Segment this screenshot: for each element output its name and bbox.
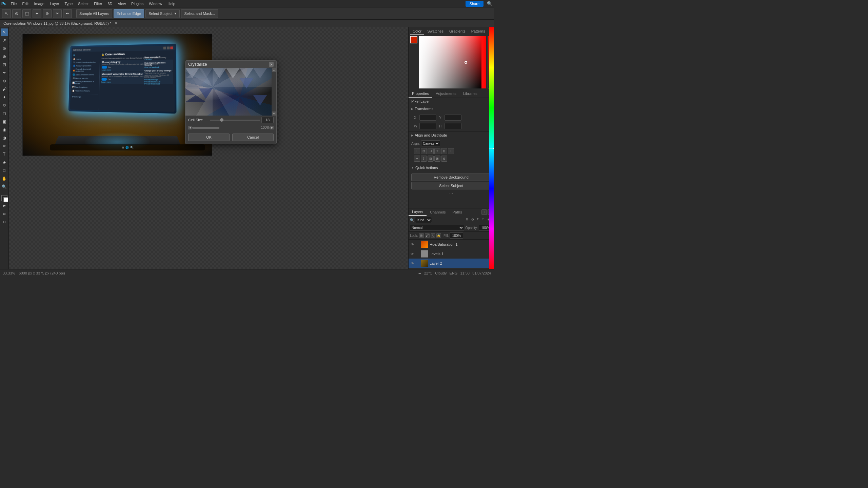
close-tab-icon[interactable]: ✕ <box>115 21 118 25</box>
sidebar-family[interactable]: 👨‍👩‍👧 Family options <box>71 85 98 89</box>
w-input[interactable] <box>419 123 436 129</box>
dist-h-btn[interactable]: ⇔ <box>414 156 420 162</box>
blur-tool[interactable]: ◉ <box>1 126 8 134</box>
dodge-tool[interactable]: ◑ <box>1 134 8 142</box>
align-header[interactable]: ▶ Align and Distribute <box>409 131 494 139</box>
selection-tool[interactable]: ↖ <box>1 28 8 36</box>
swap-colors[interactable]: ⇄ <box>1 202 8 209</box>
tab-adjustments[interactable]: Adjustments <box>432 90 460 98</box>
eyedropper-tool[interactable]: ✒ <box>63 9 72 18</box>
x-input[interactable] <box>419 115 436 121</box>
dist-v-btn[interactable]: ⇕ <box>421 156 427 162</box>
dist-more-btn[interactable]: ⊕ <box>441 156 447 162</box>
menu-file[interactable]: File <box>8 1 19 6</box>
sample-all-layers-btn[interactable]: Sample All Layers <box>76 9 112 18</box>
color-gradient-area[interactable] <box>419 36 486 88</box>
layer-kind-dropdown[interactable]: Kind <box>415 217 432 223</box>
lock-image-btn[interactable]: 🖌 <box>425 233 430 238</box>
privacy-statement-link[interactable]: Privacy Statement <box>144 83 173 85</box>
crop-tool[interactable]: ✂ <box>53 9 62 18</box>
sidebar-settings[interactable]: ⚙ Settings <box>71 95 98 99</box>
filter-pixel-icon[interactable]: ⊞ <box>466 218 471 222</box>
foreground-color-swatch[interactable] <box>1 195 7 201</box>
magic-wand-left[interactable]: ⊕ <box>1 53 8 60</box>
tab-channels[interactable]: Channels <box>427 209 449 216</box>
share-button[interactable]: Share <box>466 1 484 7</box>
tab-properties[interactable]: Properties <box>409 90 432 98</box>
tab-patterns[interactable]: Patterns <box>469 28 488 35</box>
layer-item-hue-sat[interactable]: 👁 Hue/Saturation 1 <box>409 240 494 249</box>
enhance-edge-btn[interactable]: Enhance Edge <box>114 9 144 18</box>
healing-brush[interactable]: ⊘ <box>1 77 8 85</box>
shape-tool[interactable]: □ <box>1 167 8 174</box>
direct-selection-tool[interactable]: ↗ <box>1 37 8 44</box>
remove-background-btn[interactable]: Remove Background <box>411 174 491 181</box>
cell-size-input[interactable] <box>261 117 274 123</box>
menu-select[interactable]: Select <box>76 1 91 6</box>
crystallize-ok-btn[interactable]: OK <box>188 134 230 141</box>
lock-transparent-btn[interactable]: ⊞ <box>419 233 424 238</box>
dist-h2-btn[interactable]: ⊟ <box>428 156 434 162</box>
file-tab-name[interactable]: Core isolation Windows 11.jpg @ 33.1% (B… <box>3 21 111 25</box>
quick-mask[interactable]: ⊞ <box>1 210 8 218</box>
foreground-color[interactable] <box>410 36 417 43</box>
hue-strip[interactable] <box>489 27 494 269</box>
hand-tool[interactable]: ✋ <box>1 175 8 182</box>
align-right-btn[interactable]: ⊣ <box>428 148 434 154</box>
align-dropdown[interactable]: Canvas <box>421 140 440 146</box>
eye-hue-sat[interactable]: 👁 <box>411 243 415 246</box>
brush-tool[interactable]: 🖌 <box>1 85 8 93</box>
eyedropper-left[interactable]: ✒ <box>1 69 8 77</box>
preview-scrollbar-thumb[interactable] <box>192 127 219 129</box>
history-brush[interactable]: ↺ <box>1 102 8 109</box>
menu-3d[interactable]: 3D <box>105 1 115 6</box>
marquee-tool[interactable]: ⬚ <box>22 9 31 18</box>
clone-stamp[interactable]: ✦ <box>1 94 8 101</box>
filter-shape-icon[interactable]: □ <box>482 218 487 222</box>
filter-type-icon[interactable]: T <box>477 218 481 222</box>
scroll-up[interactable]: ▲ <box>272 68 276 72</box>
sidebar-firewall[interactable]: 🔥 Firewall & network protection <box>72 67 99 73</box>
crop-tool-left[interactable]: ⊡ <box>1 61 8 68</box>
menu-image[interactable]: Image <box>32 1 47 6</box>
pen-tool[interactable]: ✏ <box>1 142 8 150</box>
eye-layer2[interactable]: 👁 <box>411 262 415 265</box>
menu-layer[interactable]: Layer <box>47 1 62 6</box>
feedback-link[interactable]: Give us feedback <box>144 66 172 68</box>
tab-libraries[interactable]: Libraries <box>460 90 481 98</box>
h-input[interactable] <box>445 123 461 129</box>
tab-color[interactable]: Color <box>410 28 424 35</box>
fill-input[interactable] <box>450 232 463 239</box>
menu-plugins[interactable]: Plugins <box>129 1 146 6</box>
eye-levels[interactable]: 👁 <box>411 252 415 256</box>
memory-integrity-toggle[interactable] <box>102 66 107 69</box>
transforms-header[interactable]: ▶ Transforms <box>409 105 494 113</box>
dist-v2-btn[interactable]: ⊠ <box>434 156 440 162</box>
lock-all-btn[interactable]: 🔒 <box>436 233 441 238</box>
sidebar-device-perf[interactable]: 📊 Device performance & health <box>72 80 99 85</box>
vulnerable-driver-toggle[interactable] <box>101 78 107 81</box>
align-top-btn[interactable]: ⊤ <box>434 148 440 154</box>
menu-edit[interactable]: Edit <box>20 1 31 6</box>
layer-item-levels[interactable]: 👁 Levels 1 <box>409 249 494 259</box>
sidebar-app-browser[interactable]: 🌐 App & browser control <box>72 73 99 76</box>
layer-item-layer2[interactable]: 👁 Layer 2 <box>409 259 494 268</box>
move-tool[interactable]: ↖ <box>2 9 11 18</box>
tab-swatches[interactable]: Swatches <box>425 28 446 35</box>
path-selection[interactable]: ◈ <box>1 159 8 166</box>
sidebar-protection-history[interactable]: 📋 Protection history <box>71 89 98 93</box>
tab-paths[interactable]: Paths <box>449 209 466 216</box>
gradient-tool[interactable]: ▣ <box>1 118 8 125</box>
more-actions-btn[interactable]: ··· <box>411 190 491 196</box>
sidebar-account[interactable]: 👤 Account protection <box>72 64 99 67</box>
lasso-tool[interactable]: ⊙ <box>12 9 21 18</box>
new-layer-btn[interactable]: + <box>481 209 487 215</box>
menu-window[interactable]: Window <box>146 1 164 6</box>
lock-position-btn[interactable]: ↖ <box>431 233 435 238</box>
get-help-link[interactable]: Get help <box>144 58 172 61</box>
sidebar-device-sec[interactable]: 💻 Device security <box>72 76 99 80</box>
tab-gradients[interactable]: Gradients <box>447 28 468 35</box>
align-center-h-btn[interactable]: ⊡ <box>421 148 427 154</box>
type-tool[interactable]: T <box>1 150 8 158</box>
select-subject-prop-btn[interactable]: Select Subject <box>411 182 491 189</box>
